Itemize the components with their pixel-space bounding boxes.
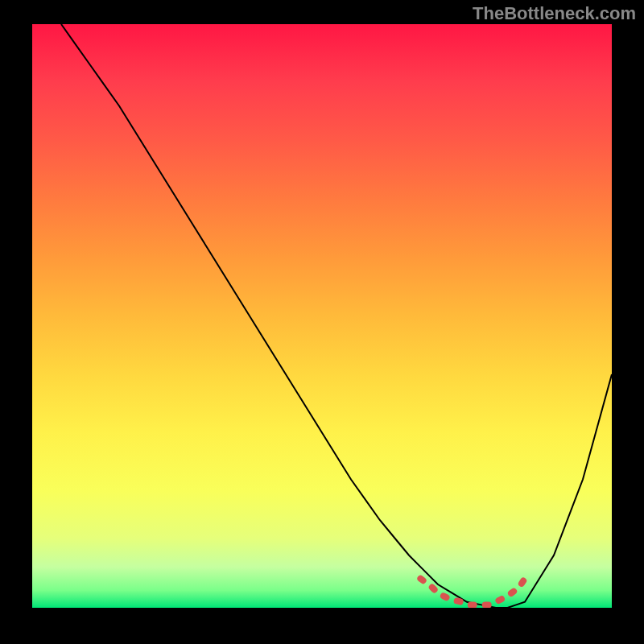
bottleneck-curve-line bbox=[61, 24, 612, 608]
plot-area bbox=[32, 24, 612, 608]
chart-svg bbox=[32, 24, 612, 608]
watermark-text: TheBottleneck.com bbox=[473, 3, 636, 24]
chart-container: TheBottleneck.com bbox=[0, 0, 644, 644]
